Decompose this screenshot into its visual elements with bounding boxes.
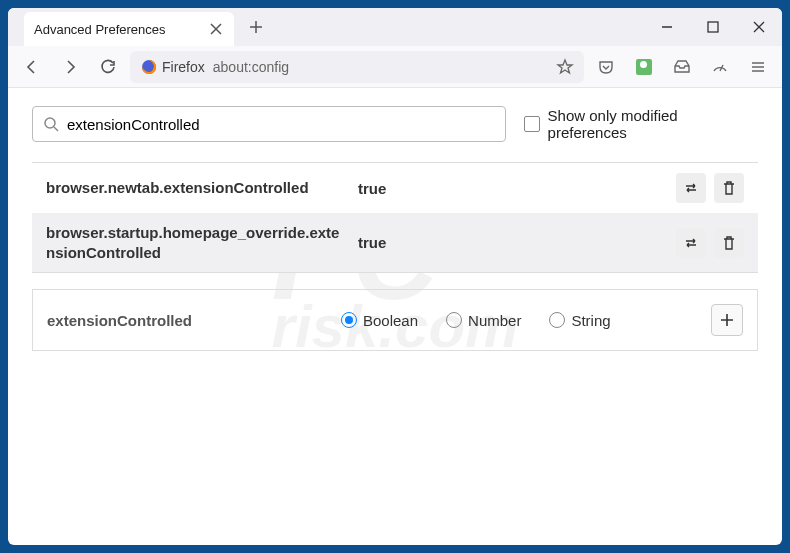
show-only-modified-checkbox[interactable]: Show only modified preferences (524, 107, 758, 141)
bookmark-star-icon[interactable] (556, 58, 574, 76)
urlbar-brand-text: Firefox (162, 59, 205, 75)
radio-string[interactable]: String (549, 312, 610, 329)
radio-icon (549, 312, 565, 328)
pref-name: browser.startup.homepage_override.extens… (46, 223, 346, 262)
radio-label: Number (468, 312, 521, 329)
checkbox-icon (524, 116, 540, 132)
tab-title: Advanced Preferences (34, 22, 200, 37)
add-pref-button[interactable] (711, 304, 743, 336)
pocket-icon[interactable] (590, 51, 622, 83)
radio-label: String (571, 312, 610, 329)
minimize-button[interactable] (644, 8, 690, 46)
reload-button[interactable] (92, 51, 124, 83)
firefox-logo-icon (140, 58, 158, 76)
new-pref-name: extensionControlled (47, 312, 327, 329)
toggle-button[interactable] (676, 228, 706, 258)
window-controls (644, 8, 782, 46)
menu-icon[interactable] (742, 51, 774, 83)
checkbox-label-text: Show only modified preferences (548, 107, 758, 141)
radio-boolean[interactable]: Boolean (341, 312, 418, 329)
search-icon (43, 116, 59, 132)
radio-number[interactable]: Number (446, 312, 521, 329)
inbox-icon[interactable] (666, 51, 698, 83)
content-area: Show only modified preferences browser.n… (8, 88, 782, 545)
maximize-button[interactable] (690, 8, 736, 46)
back-button[interactable] (16, 51, 48, 83)
svg-point-2 (45, 118, 55, 128)
pref-name: browser.newtab.extensionControlled (46, 178, 346, 198)
firefox-brand: Firefox (140, 58, 205, 76)
pref-list: browser.newtab.extensionControlled true … (32, 162, 758, 273)
pref-value: true (358, 180, 664, 197)
pref-row: browser.newtab.extensionControlled true (32, 163, 758, 213)
type-radio-group: Boolean Number String (341, 312, 697, 329)
svg-rect-0 (708, 22, 718, 32)
radio-label: Boolean (363, 312, 418, 329)
search-input[interactable] (67, 116, 495, 133)
toolbar: Firefox about:config (8, 46, 782, 88)
forward-button[interactable] (54, 51, 86, 83)
delete-button[interactable] (714, 228, 744, 258)
extension-icon[interactable] (628, 51, 660, 83)
toggle-button[interactable] (676, 173, 706, 203)
delete-button[interactable] (714, 173, 744, 203)
url-bar[interactable]: Firefox about:config (130, 51, 584, 83)
radio-icon (341, 312, 357, 328)
close-window-button[interactable] (736, 8, 782, 46)
new-pref-row: extensionControlled Boolean Number Strin… (32, 289, 758, 351)
radio-icon (446, 312, 462, 328)
new-tab-button[interactable] (242, 13, 270, 41)
search-box[interactable] (32, 106, 506, 142)
url-text: about:config (213, 59, 289, 75)
tab-bar: Advanced Preferences (8, 8, 782, 46)
pref-row: browser.startup.homepage_override.extens… (32, 213, 758, 272)
tab-active[interactable]: Advanced Preferences (24, 12, 234, 46)
close-icon[interactable] (208, 21, 224, 37)
pref-value: true (358, 234, 664, 251)
meter-icon[interactable] (704, 51, 736, 83)
